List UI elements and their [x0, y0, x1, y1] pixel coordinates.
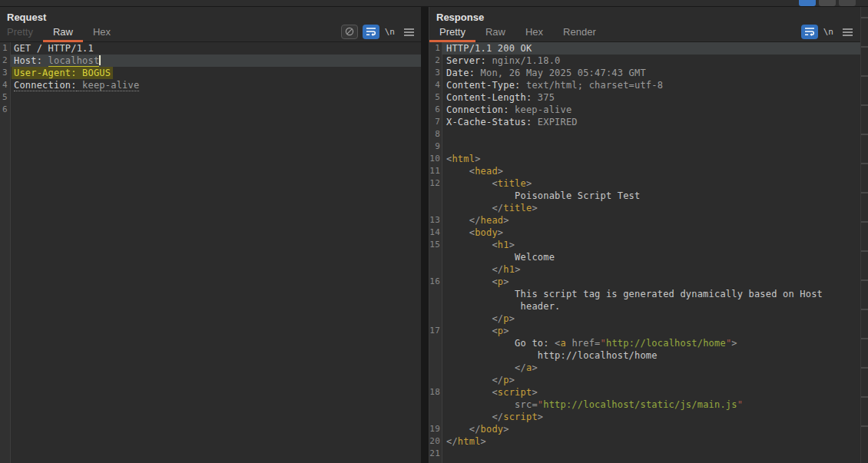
line-number: 17 — [429, 325, 442, 337]
partial-newline-icon[interactable] — [819, 0, 836, 6]
line-number: 5 — [0, 91, 11, 104]
code-line: 2Server: nginx/1.18.0 — [429, 55, 860, 67]
scrollbar-markers[interactable] — [860, 7, 868, 463]
code-line: Welcome — [429, 251, 860, 263]
word-wrap-button[interactable] — [363, 25, 379, 39]
code-line: 21 — [429, 448, 860, 460]
request-editor[interactable]: 1GET / HTTP/1.12Host: localhost3User-Age… — [0, 42, 421, 463]
code-line: </a> — [429, 362, 860, 374]
code-line: http://localhost/home — [429, 349, 860, 362]
tab-raw[interactable]: Raw — [475, 24, 515, 41]
line-number: 16 — [429, 276, 442, 288]
code-line: 14 <body> — [429, 227, 860, 239]
line-number: 1 — [0, 42, 11, 55]
tab-raw[interactable]: Raw — [43, 24, 83, 41]
code-line: Go to: <a href="http://localhost/home"> — [429, 337, 860, 349]
code-line: 17 <p> — [429, 325, 860, 337]
request-tab-list: PrettyRawHex — [0, 24, 121, 41]
code-line: 16 <p> — [429, 276, 860, 288]
response-panel-title: Response — [429, 7, 868, 24]
response-panel: Response PrettyRawHexRender \n — [429, 7, 868, 463]
line-number — [429, 399, 442, 411]
line-number — [429, 202, 442, 214]
tab-pretty[interactable]: Pretty — [0, 24, 43, 41]
message-editor-split-view: Request PrettyRawHex \n — [0, 0, 868, 463]
code-line: 19 </body> — [429, 423, 860, 435]
code-line: 1HTTP/1.1 200 OK — [429, 42, 860, 55]
line-number: 19 — [429, 423, 442, 435]
line-number: 1 — [429, 42, 442, 55]
line-number: 4 — [0, 79, 11, 91]
request-panel: Request PrettyRawHex \n — [0, 7, 421, 463]
line-number — [429, 349, 442, 362]
code-line: 7X-Cache-Status: EXPIRED — [429, 116, 860, 128]
code-line: 9 — [429, 141, 860, 153]
line-number: 9 — [429, 141, 442, 153]
tab-hex[interactable]: Hex — [515, 24, 553, 41]
partial-word-wrap-icon[interactable] — [799, 0, 816, 6]
code-line: </script> — [429, 411, 860, 423]
line-number — [429, 251, 442, 263]
word-wrap-button[interactable] — [801, 25, 818, 39]
code-line: 15 <h1> — [429, 239, 860, 251]
tab-render[interactable]: Render — [553, 24, 606, 41]
tab-hex[interactable]: Hex — [83, 24, 121, 41]
request-editor-menu-button[interactable] — [400, 25, 417, 39]
line-number: 2 — [429, 55, 442, 67]
line-number: 5 — [429, 91, 442, 104]
line-number — [429, 362, 442, 374]
code-line: 3User-Agent: BOGUS — [0, 67, 421, 79]
line-number — [429, 263, 442, 276]
code-line: 1GET / HTTP/1.1 — [0, 42, 421, 55]
line-number — [429, 337, 442, 349]
response-toolbar: \n — [801, 25, 856, 39]
code-line: </p> — [429, 313, 860, 325]
line-number: 15 — [429, 239, 442, 251]
partial-menu-icon[interactable] — [839, 0, 856, 6]
code-line: </h1> — [429, 263, 860, 276]
code-line: 6 — [0, 104, 421, 116]
line-number: 4 — [429, 79, 442, 91]
panel-divider[interactable] — [421, 7, 429, 463]
line-number — [429, 411, 442, 423]
line-number — [429, 190, 442, 202]
request-code: 1GET / HTTP/1.12Host: localhost3User-Age… — [0, 42, 421, 116]
code-line: 20</html> — [429, 435, 860, 448]
word-wrap-icon — [366, 25, 376, 39]
eye-slash-icon — [344, 25, 355, 39]
line-number: 6 — [429, 104, 442, 116]
code-line: 13 </head> — [429, 214, 860, 227]
line-number — [429, 288, 442, 300]
panels-container: Request PrettyRawHex \n — [0, 7, 868, 463]
top-partial-toolbar — [0, 0, 868, 7]
response-tab-list: PrettyRawHexRender — [429, 24, 606, 41]
code-line: 3Date: Mon, 26 May 2025 05:47:43 GMT — [429, 67, 860, 79]
code-line: src="http://localhost/static/js/main.js" — [429, 399, 860, 411]
code-line: 18 <script> — [429, 386, 860, 399]
line-number: 6 — [0, 104, 11, 116]
line-number: 7 — [429, 116, 442, 128]
line-number: 18 — [429, 386, 442, 399]
menu-icon — [404, 25, 414, 39]
line-number: 21 — [429, 448, 442, 460]
code-line: 12 <title> — [429, 177, 860, 190]
line-number: 14 — [429, 227, 442, 239]
response-editor[interactable]: 1HTTP/1.1 200 OK2Server: nginx/1.18.03Da… — [429, 42, 860, 463]
line-number — [429, 300, 442, 313]
response-editor-menu-button[interactable] — [839, 25, 856, 39]
code-line: 4Connection: keep-alive — [0, 79, 421, 91]
code-line: 6Connection: keep-alive — [429, 104, 860, 116]
code-line: 5 — [0, 91, 421, 104]
code-line: 5Content-Length: 375 — [429, 91, 860, 104]
newline-toggle[interactable]: \n — [823, 27, 834, 37]
tab-pretty[interactable]: Pretty — [429, 24, 475, 41]
eye-slash-button[interactable] — [341, 25, 358, 39]
menu-icon — [843, 25, 853, 39]
code-line: 2Host: localhost — [0, 55, 421, 67]
line-number: 3 — [429, 67, 442, 79]
code-line: 8 — [429, 128, 860, 141]
line-number: 10 — [429, 153, 442, 165]
response-tab-bar: PrettyRawHexRender \n — [429, 24, 868, 42]
newline-toggle[interactable]: \n — [384, 27, 396, 37]
code-line: 11 <head> — [429, 165, 860, 177]
